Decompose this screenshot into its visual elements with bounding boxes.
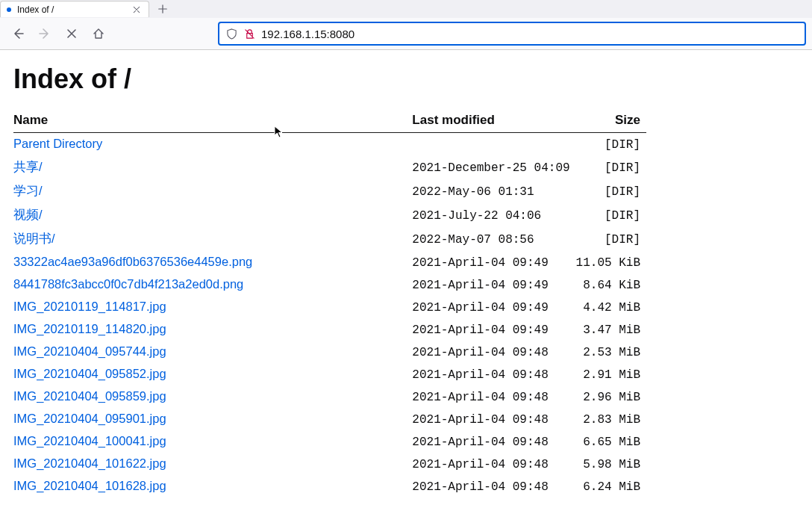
cell-name: 视频/ bbox=[13, 203, 412, 227]
table-row: Parent Directory[DIR] bbox=[13, 133, 646, 156]
cell-name: IMG_20210404_095744.jpg bbox=[13, 341, 412, 363]
cell-name: IMG_20210119_114817.jpg bbox=[13, 296, 412, 318]
file-link[interactable]: IMG_20210404_095901.jpg bbox=[13, 412, 166, 425]
cell-modified: 2021-April-04 09:48 bbox=[412, 363, 575, 385]
cell-name: IMG_20210404_095859.jpg bbox=[13, 385, 412, 408]
file-link[interactable]: IMG_20210404_101622.jpg bbox=[13, 456, 166, 470]
close-icon bbox=[132, 5, 141, 14]
cell-name: 33322ac4ae93a96df0b6376536e4459e.png bbox=[13, 251, 412, 273]
plus-icon bbox=[157, 4, 168, 14]
column-header-modified[interactable]: Last modified bbox=[412, 108, 575, 133]
nav-toolbar bbox=[0, 18, 812, 49]
table-row: 33322ac4ae93a96df0b6376536e4459e.png2021… bbox=[13, 251, 646, 273]
cell-modified: 2021-July-22 04:06 bbox=[412, 203, 575, 227]
cell-modified: 2021-April-04 09:48 bbox=[412, 408, 575, 430]
file-link[interactable]: IMG_20210119_114817.jpg bbox=[13, 300, 166, 313]
cell-size: 6.24 MiB bbox=[576, 475, 646, 498]
file-link[interactable]: 33322ac4ae93a96df0b6376536e4459e.png bbox=[13, 255, 252, 268]
table-row: IMG_20210119_114817.jpg2021-April-04 09:… bbox=[13, 296, 646, 318]
cell-size: 6.65 MiB bbox=[576, 430, 646, 453]
back-button[interactable] bbox=[6, 22, 30, 46]
cell-name: IMG_20210404_095901.jpg bbox=[13, 408, 412, 430]
table-row: 8441788fc3abcc0f0c7db4f213a2ed0d.png2021… bbox=[13, 273, 646, 296]
cell-size: 2.83 MiB bbox=[576, 408, 646, 430]
table-row: 学习/2022-May-06 01:31[DIR] bbox=[13, 179, 646, 203]
table-row: IMG_20210119_114820.jpg2021-April-04 09:… bbox=[13, 318, 646, 341]
table-row: IMG_20210404_095901.jpg2021-April-04 09:… bbox=[13, 408, 646, 430]
stop-button[interactable] bbox=[60, 22, 84, 46]
file-link[interactable]: IMG_20210404_095744.jpg bbox=[13, 344, 166, 358]
cell-name: IMG_20210119_114820.jpg bbox=[13, 318, 412, 341]
table-row: IMG_20210404_095859.jpg2021-April-04 09:… bbox=[13, 385, 646, 408]
cell-name: 8441788fc3abcc0f0c7db4f213a2ed0d.png bbox=[13, 273, 412, 296]
table-row: 说明书/2022-May-07 08:56[DIR] bbox=[13, 227, 646, 251]
table-row: IMG_20210404_101628.jpg2021-April-04 09:… bbox=[13, 475, 646, 498]
cell-name: 共享/ bbox=[13, 155, 412, 179]
browser-tab[interactable]: Index of / bbox=[0, 1, 149, 17]
cell-modified bbox=[412, 133, 575, 156]
file-link[interactable]: IMG_20210119_114820.jpg bbox=[13, 322, 166, 335]
table-row: 共享/2021-December-25 04:09[DIR] bbox=[13, 155, 646, 179]
cell-modified: 2022-May-07 08:56 bbox=[412, 227, 575, 251]
cell-size: [DIR] bbox=[576, 179, 646, 203]
cell-modified: 2021-April-04 09:48 bbox=[412, 475, 575, 498]
cell-size: [DIR] bbox=[576, 227, 646, 251]
column-header-name[interactable]: Name bbox=[13, 108, 412, 133]
url-bar[interactable] bbox=[218, 22, 806, 46]
cell-size: 3.47 MiB bbox=[576, 318, 646, 341]
file-link[interactable]: IMG_20210404_095859.jpg bbox=[13, 389, 166, 403]
page-title: Index of / bbox=[13, 64, 799, 95]
cell-modified: 2021-April-04 09:49 bbox=[412, 318, 575, 341]
close-icon bbox=[66, 28, 78, 40]
cell-size: [DIR] bbox=[576, 133, 646, 156]
cell-name: Parent Directory bbox=[13, 133, 412, 156]
new-tab-button[interactable] bbox=[152, 1, 173, 17]
file-link[interactable]: 共享/ bbox=[13, 160, 43, 173]
cell-modified: 2021-April-04 09:49 bbox=[412, 296, 575, 318]
insecure-lock-icon[interactable] bbox=[243, 28, 255, 40]
column-header-size[interactable]: Size bbox=[576, 108, 646, 133]
forward-arrow-icon bbox=[39, 28, 51, 40]
cell-size: 4.42 MiB bbox=[576, 296, 646, 318]
page-content: Index of / Name Last modified Size Paren… bbox=[0, 64, 812, 498]
url-input[interactable] bbox=[261, 28, 799, 40]
cell-size: 2.91 MiB bbox=[576, 363, 646, 385]
cell-name: IMG_20210404_101622.jpg bbox=[13, 453, 412, 475]
file-link[interactable]: 视频/ bbox=[13, 208, 43, 221]
table-row: 视频/2021-July-22 04:06[DIR] bbox=[13, 203, 646, 227]
cell-name: IMG_20210404_101628.jpg bbox=[13, 475, 412, 498]
cell-size: 5.98 MiB bbox=[576, 453, 646, 475]
cell-name: IMG_20210404_100041.jpg bbox=[13, 430, 412, 453]
cell-modified: 2021-April-04 09:49 bbox=[412, 273, 575, 296]
home-icon bbox=[93, 28, 104, 40]
file-link[interactable]: IMG_20210404_101628.jpg bbox=[13, 479, 166, 492]
cell-modified: 2021-April-04 09:48 bbox=[412, 341, 575, 363]
cell-size: 2.53 MiB bbox=[576, 341, 646, 363]
cell-name: 学习/ bbox=[13, 179, 412, 203]
cell-size: 2.96 MiB bbox=[576, 385, 646, 408]
file-link[interactable]: 8441788fc3abcc0f0c7db4f213a2ed0d.png bbox=[13, 277, 243, 291]
cell-modified: 2021-April-04 09:48 bbox=[412, 385, 575, 408]
forward-button[interactable] bbox=[33, 22, 57, 46]
table-row: IMG_20210404_100041.jpg2021-April-04 09:… bbox=[13, 430, 646, 453]
shield-icon[interactable] bbox=[225, 28, 237, 40]
table-row: IMG_20210404_101622.jpg2021-April-04 09:… bbox=[13, 453, 646, 475]
home-button[interactable] bbox=[87, 22, 110, 46]
file-link[interactable]: 说明书/ bbox=[13, 232, 55, 245]
cell-modified: 2021-April-04 09:48 bbox=[412, 453, 575, 475]
cell-name: 说明书/ bbox=[13, 227, 412, 251]
file-link[interactable]: IMG_20210404_100041.jpg bbox=[13, 434, 166, 447]
file-link[interactable]: Parent Directory bbox=[13, 137, 102, 150]
cell-modified: 2021-April-04 09:48 bbox=[412, 430, 575, 453]
cell-modified: 2022-May-06 01:31 bbox=[412, 179, 575, 203]
file-link[interactable]: IMG_20210404_095852.jpg bbox=[13, 367, 166, 380]
cell-size: 11.05 KiB bbox=[576, 251, 646, 273]
tabstrip: Index of / bbox=[0, 0, 812, 18]
cell-modified: 2021-December-25 04:09 bbox=[412, 155, 575, 179]
table-row: IMG_20210404_095744.jpg2021-April-04 09:… bbox=[13, 341, 646, 363]
close-tab-button[interactable] bbox=[131, 4, 143, 16]
cell-name: IMG_20210404_095852.jpg bbox=[13, 363, 412, 385]
tab-title: Index of / bbox=[17, 4, 128, 15]
file-link[interactable]: 学习/ bbox=[13, 184, 43, 197]
table-header-row: Name Last modified Size bbox=[13, 108, 646, 133]
